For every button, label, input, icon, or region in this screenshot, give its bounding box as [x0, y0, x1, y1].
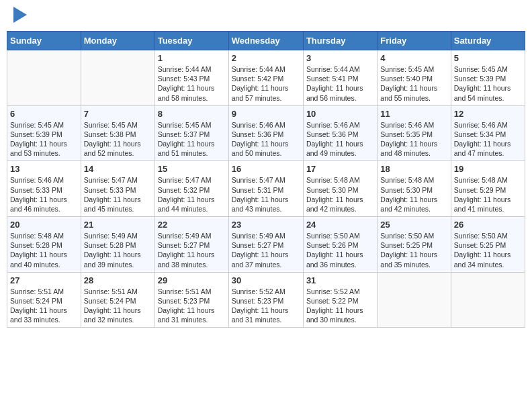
day-info: Sunrise: 5:49 AM Sunset: 5:27 PM Dayligh…: [232, 231, 300, 269]
calendar-cell: 16Sunrise: 5:47 AM Sunset: 5:31 PM Dayli…: [228, 161, 303, 217]
calendar-cell: [7, 50, 81, 106]
calendar-cell: 15Sunrise: 5:47 AM Sunset: 5:32 PM Dayli…: [154, 161, 228, 217]
day-info: Sunrise: 5:48 AM Sunset: 5:30 PM Dayligh…: [306, 175, 374, 214]
calendar-cell: 29Sunrise: 5:51 AM Sunset: 5:23 PM Dayli…: [154, 272, 228, 328]
day-number: 1: [158, 53, 226, 63]
logo: [12, 9, 27, 23]
calendar-cell: 8Sunrise: 5:45 AM Sunset: 5:37 PM Daylig…: [154, 105, 228, 161]
svg-marker-0: [13, 7, 27, 23]
day-number: 28: [84, 275, 152, 285]
day-number: 31: [306, 275, 374, 285]
logo-icon: [13, 7, 27, 23]
calendar-cell: 23Sunrise: 5:49 AM Sunset: 5:27 PM Dayli…: [228, 217, 303, 273]
calendar-cell: 1Sunrise: 5:44 AM Sunset: 5:43 PM Daylig…: [154, 50, 228, 106]
calendar-cell: 17Sunrise: 5:48 AM Sunset: 5:30 PM Dayli…: [303, 161, 377, 217]
page-header: [7, 7, 525, 26]
day-info: Sunrise: 5:51 AM Sunset: 5:23 PM Dayligh…: [158, 287, 226, 325]
calendar-cell: 2Sunrise: 5:44 AM Sunset: 5:42 PM Daylig…: [228, 50, 303, 106]
calendar-cell: 4Sunrise: 5:45 AM Sunset: 5:40 PM Daylig…: [378, 50, 451, 106]
day-number: 8: [158, 109, 226, 119]
day-info: Sunrise: 5:46 AM Sunset: 5:36 PM Dayligh…: [306, 120, 374, 158]
day-info: Sunrise: 5:46 AM Sunset: 5:36 PM Dayligh…: [232, 120, 300, 158]
calendar-cell: 12Sunrise: 5:46 AM Sunset: 5:34 PM Dayli…: [451, 105, 525, 161]
day-number: 29: [158, 275, 226, 285]
calendar-week-2: 6Sunrise: 5:45 AM Sunset: 5:39 PM Daylig…: [7, 105, 525, 161]
day-number: 27: [10, 275, 78, 285]
calendar-cell: 31Sunrise: 5:52 AM Sunset: 5:22 PM Dayli…: [303, 272, 377, 328]
day-number: 4: [380, 53, 447, 63]
day-number: 30: [232, 275, 300, 285]
day-number: 26: [454, 220, 522, 230]
day-info: Sunrise: 5:49 AM Sunset: 5:27 PM Dayligh…: [158, 231, 226, 269]
calendar-cell: 5Sunrise: 5:45 AM Sunset: 5:39 PM Daylig…: [451, 50, 525, 106]
day-info: Sunrise: 5:46 AM Sunset: 5:33 PM Dayligh…: [10, 175, 78, 214]
calendar-week-3: 13Sunrise: 5:46 AM Sunset: 5:33 PM Dayli…: [7, 161, 525, 217]
day-number: 7: [84, 109, 152, 119]
day-header-friday: Friday: [378, 32, 451, 50]
day-number: 12: [454, 109, 522, 119]
day-info: Sunrise: 5:51 AM Sunset: 5:24 PM Dayligh…: [84, 287, 152, 325]
day-info: Sunrise: 5:51 AM Sunset: 5:24 PM Dayligh…: [10, 287, 78, 325]
day-info: Sunrise: 5:45 AM Sunset: 5:37 PM Dayligh…: [158, 120, 226, 158]
day-number: 19: [454, 164, 522, 174]
calendar-cell: 22Sunrise: 5:49 AM Sunset: 5:27 PM Dayli…: [154, 217, 228, 273]
day-info: Sunrise: 5:50 AM Sunset: 5:26 PM Dayligh…: [306, 231, 374, 269]
day-info: Sunrise: 5:48 AM Sunset: 5:30 PM Dayligh…: [380, 175, 447, 214]
day-header-monday: Monday: [81, 32, 154, 50]
calendar-cell: [378, 272, 451, 328]
calendar-cell: 6Sunrise: 5:45 AM Sunset: 5:39 PM Daylig…: [7, 105, 81, 161]
day-header-thursday: Thursday: [303, 32, 377, 50]
day-info: Sunrise: 5:45 AM Sunset: 5:38 PM Dayligh…: [84, 120, 152, 158]
day-number: 21: [84, 220, 152, 230]
calendar-week-5: 27Sunrise: 5:51 AM Sunset: 5:24 PM Dayli…: [7, 272, 525, 328]
calendar-week-4: 20Sunrise: 5:48 AM Sunset: 5:28 PM Dayli…: [7, 217, 525, 273]
day-header-saturday: Saturday: [451, 32, 525, 50]
calendar-cell: 3Sunrise: 5:44 AM Sunset: 5:41 PM Daylig…: [303, 50, 377, 106]
calendar-cell: 19Sunrise: 5:48 AM Sunset: 5:29 PM Dayli…: [451, 161, 525, 217]
day-info: Sunrise: 5:47 AM Sunset: 5:31 PM Dayligh…: [232, 175, 300, 214]
calendar-cell: 7Sunrise: 5:45 AM Sunset: 5:38 PM Daylig…: [81, 105, 154, 161]
calendar-cell: 20Sunrise: 5:48 AM Sunset: 5:28 PM Dayli…: [7, 217, 81, 273]
day-number: 20: [10, 220, 78, 230]
calendar-table: SundayMondayTuesdayWednesdayThursdayFrid…: [7, 31, 525, 328]
calendar-cell: 24Sunrise: 5:50 AM Sunset: 5:26 PM Dayli…: [303, 217, 377, 273]
day-info: Sunrise: 5:44 AM Sunset: 5:43 PM Dayligh…: [158, 64, 226, 103]
day-number: 11: [380, 109, 447, 119]
day-number: 6: [10, 109, 78, 119]
day-number: 22: [158, 220, 226, 230]
day-info: Sunrise: 5:45 AM Sunset: 5:40 PM Dayligh…: [380, 64, 447, 103]
calendar-cell: 27Sunrise: 5:51 AM Sunset: 5:24 PM Dayli…: [7, 272, 81, 328]
calendar-cell: 30Sunrise: 5:52 AM Sunset: 5:23 PM Dayli…: [228, 272, 303, 328]
day-header-wednesday: Wednesday: [228, 32, 303, 50]
day-number: 17: [306, 164, 374, 174]
day-number: 3: [306, 53, 374, 63]
day-info: Sunrise: 5:44 AM Sunset: 5:42 PM Dayligh…: [232, 64, 300, 103]
day-info: Sunrise: 5:44 AM Sunset: 5:41 PM Dayligh…: [306, 64, 374, 103]
calendar-cell: 10Sunrise: 5:46 AM Sunset: 5:36 PM Dayli…: [303, 105, 377, 161]
day-info: Sunrise: 5:45 AM Sunset: 5:39 PM Dayligh…: [10, 120, 78, 158]
calendar-cell: 26Sunrise: 5:50 AM Sunset: 5:25 PM Dayli…: [451, 217, 525, 273]
calendar-cell: [81, 50, 154, 106]
day-info: Sunrise: 5:47 AM Sunset: 5:33 PM Dayligh…: [84, 175, 152, 214]
day-number: 15: [158, 164, 226, 174]
day-info: Sunrise: 5:47 AM Sunset: 5:32 PM Dayligh…: [158, 175, 226, 214]
calendar-cell: 21Sunrise: 5:49 AM Sunset: 5:28 PM Dayli…: [81, 217, 154, 273]
day-info: Sunrise: 5:46 AM Sunset: 5:35 PM Dayligh…: [380, 120, 447, 158]
day-info: Sunrise: 5:48 AM Sunset: 5:28 PM Dayligh…: [10, 231, 78, 269]
day-info: Sunrise: 5:49 AM Sunset: 5:28 PM Dayligh…: [84, 231, 152, 269]
calendar-cell: 28Sunrise: 5:51 AM Sunset: 5:24 PM Dayli…: [81, 272, 154, 328]
calendar-cell: 14Sunrise: 5:47 AM Sunset: 5:33 PM Dayli…: [81, 161, 154, 217]
calendar-cell: [451, 272, 525, 328]
day-info: Sunrise: 5:50 AM Sunset: 5:25 PM Dayligh…: [380, 231, 447, 269]
calendar-cell: 25Sunrise: 5:50 AM Sunset: 5:25 PM Dayli…: [378, 217, 451, 273]
day-info: Sunrise: 5:45 AM Sunset: 5:39 PM Dayligh…: [454, 64, 522, 103]
day-number: 16: [232, 164, 300, 174]
calendar-header-row: SundayMondayTuesdayWednesdayThursdayFrid…: [7, 32, 525, 50]
calendar-cell: 9Sunrise: 5:46 AM Sunset: 5:36 PM Daylig…: [228, 105, 303, 161]
day-number: 13: [10, 164, 78, 174]
day-number: 10: [306, 109, 374, 119]
day-info: Sunrise: 5:52 AM Sunset: 5:23 PM Dayligh…: [232, 287, 300, 325]
calendar-cell: 18Sunrise: 5:48 AM Sunset: 5:30 PM Dayli…: [378, 161, 451, 217]
day-number: 23: [232, 220, 300, 230]
day-number: 5: [454, 53, 522, 63]
